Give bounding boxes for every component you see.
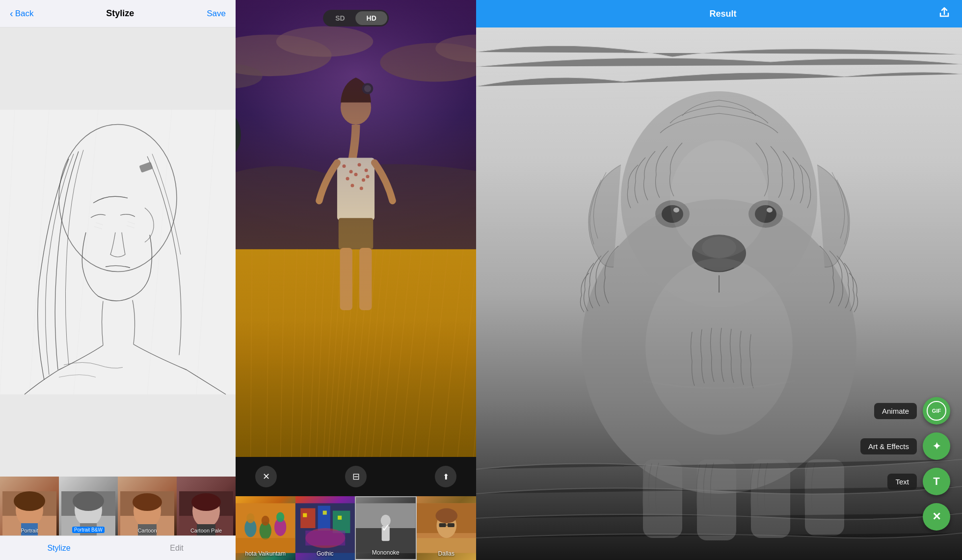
- mononoke-check-icon: ✓: [381, 522, 390, 534]
- filter-label-portrait: Portrait: [0, 528, 59, 533]
- filter-strip: hota Vaikuntam Gothic: [236, 496, 476, 560]
- filter-label-gothic: Gothic: [295, 550, 355, 557]
- portrait-bw-badge: Portrait B&W: [59, 525, 118, 533]
- filter-label-cartoon-pale: Cartoon Pale: [177, 528, 236, 533]
- gif-icon: GIF: [927, 401, 946, 421]
- save-button[interactable]: Save: [207, 9, 226, 19]
- filter-thumb-cartoon[interactable]: Cartoon: [118, 477, 177, 535]
- svg-point-15: [14, 491, 45, 511]
- close-button[interactable]: ✕: [255, 466, 277, 487]
- back-label: Back: [15, 9, 34, 19]
- filter-vaikuntam[interactable]: hota Vaikuntam: [236, 496, 295, 560]
- svg-rect-96: [300, 508, 315, 529]
- svg-rect-0: [0, 110, 236, 395]
- svg-point-30: [191, 493, 221, 511]
- filter-gothic[interactable]: Gothic: [295, 496, 355, 560]
- close-fab-button[interactable]: ✕: [923, 503, 950, 531]
- quality-sd-button[interactable]: SD: [324, 11, 355, 25]
- svg-rect-113: [447, 523, 454, 527]
- close-fab-row: ✕: [923, 503, 950, 531]
- page-title: Stylize: [106, 8, 134, 19]
- svg-rect-135: [805, 459, 844, 535]
- svg-point-89: [246, 513, 254, 523]
- result-image-area: Animate GIF Art & Effects ✦ Text T: [476, 27, 962, 560]
- filter-thumb-cartoon-pale[interactable]: Cartoon Pale: [177, 477, 236, 535]
- quality-toggle: SD HD: [323, 10, 389, 27]
- result-share-button[interactable]: [938, 6, 950, 21]
- filter-label-vaikuntam: hota Vaikuntam: [236, 550, 295, 557]
- svg-point-93: [276, 512, 284, 522]
- sketch-preview-area: [0, 27, 236, 477]
- adjust-button[interactable]: ⊟: [345, 466, 367, 487]
- result-title: Result: [709, 9, 736, 19]
- filter-dallas[interactable]: Dallas: [417, 496, 477, 560]
- result-panel: Result: [476, 0, 962, 560]
- animate-button[interactable]: GIF: [923, 397, 950, 425]
- svg-rect-112: [439, 523, 446, 527]
- filter-mononoke[interactable]: ✓ Mononoke: [355, 496, 417, 560]
- svg-rect-97: [318, 506, 330, 531]
- upload-icon: [938, 6, 950, 18]
- filter-label-cartoon: Cartoon: [118, 528, 177, 533]
- close-icon: ✕: [263, 471, 270, 482]
- animate-fab-row: Animate GIF: [874, 397, 950, 425]
- gif-text: GIF: [932, 408, 941, 414]
- animate-label: Animate: [874, 403, 917, 419]
- text-icon: T: [933, 475, 939, 488]
- filter-label-dallas: Dallas: [417, 550, 477, 557]
- panel-header: ‹ Back Stylize Save: [0, 0, 236, 27]
- text-fab-row: Text T: [887, 468, 950, 495]
- main-image-area: [236, 0, 476, 457]
- filter-label-mononoke: Mononoke: [356, 549, 416, 556]
- editor-panel: SD HD: [236, 0, 476, 560]
- svg-point-25: [133, 493, 162, 511]
- stylize-panel: ‹ Back Stylize Save: [0, 0, 236, 560]
- close-fab-icon: ✕: [932, 510, 941, 523]
- fab-container: Animate GIF Art & Effects ✦ Text T: [860, 397, 950, 531]
- share-icon: ⬆: [443, 472, 449, 481]
- svg-point-137: [670, 140, 768, 258]
- bottom-controls: ✕ ⊟ ⬆: [236, 457, 476, 496]
- art-effects-fab-row: Art & Effects ✦: [860, 432, 950, 460]
- text-label: Text: [887, 474, 917, 490]
- back-button[interactable]: ‹ Back: [10, 8, 33, 19]
- filter-thumb-portrait[interactable]: Portrait: [0, 477, 59, 535]
- svg-point-115: [435, 508, 457, 523]
- share-button[interactable]: ⬆: [435, 466, 456, 487]
- tab-edit[interactable]: Edit: [118, 536, 236, 560]
- wand-icon: ✦: [933, 440, 941, 452]
- svg-rect-101: [303, 513, 307, 517]
- field-photo-overlay: [236, 0, 476, 457]
- svg-rect-134: [751, 459, 790, 538]
- filter-thumbnails-row: Portrait Portrait B&W Ca: [0, 477, 236, 535]
- quality-hd-button[interactable]: HD: [356, 11, 387, 25]
- result-header: Result: [476, 0, 962, 27]
- adjust-icon: ⊟: [352, 471, 360, 482]
- svg-rect-103: [338, 516, 342, 520]
- text-button[interactable]: T: [923, 468, 950, 495]
- back-chevron-icon: ‹: [10, 8, 13, 19]
- tab-stylize[interactable]: Stylize: [0, 536, 118, 560]
- bottom-tabs: Stylize Edit: [0, 535, 236, 560]
- svg-point-91: [262, 516, 269, 526]
- svg-rect-133: [697, 459, 736, 540]
- svg-point-136: [645, 258, 793, 435]
- svg-rect-102: [322, 511, 326, 515]
- art-effects-label: Art & Effects: [860, 438, 917, 454]
- badge-label: Portrait B&W: [72, 527, 105, 533]
- sketch-svg: [0, 27, 236, 477]
- svg-rect-100: [305, 531, 345, 545]
- filter-thumb-portrait-bw[interactable]: Portrait B&W: [59, 477, 118, 535]
- svg-point-20: [73, 491, 104, 511]
- art-effects-button[interactable]: ✦: [923, 432, 950, 460]
